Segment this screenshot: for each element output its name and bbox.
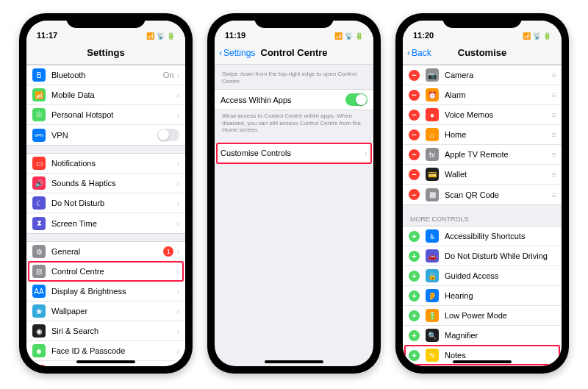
chevron-right-icon: ›: [176, 110, 179, 119]
reorder-grip-icon[interactable]: ≡: [552, 90, 556, 99]
add-button[interactable]: +: [409, 310, 420, 321]
phone-1: 11:17 📶📡🔋 Settings BBluetoothOn›📶Mobile …: [19, 13, 193, 374]
settings-row-face-id-passcode[interactable]: ☻Face ID & Passcode›: [26, 341, 185, 361]
add-button[interactable]: +: [409, 231, 420, 242]
row-label: Wallpaper: [51, 307, 176, 315]
included-row-camera[interactable]: −📷Camera≡: [403, 65, 562, 85]
remove-button[interactable]: −: [409, 189, 420, 200]
back-button[interactable]: ‹ Back: [407, 41, 431, 64]
wifi-icon: 📡: [533, 33, 541, 40]
more-row-accessibility-shortcuts[interactable]: +♿︎Accessibility Shortcuts: [403, 226, 562, 246]
access-within-apps-row[interactable]: Access Within Apps: [215, 90, 373, 110]
settings-row-do-not-disturb[interactable]: ☾Do Not Disturb›: [26, 193, 185, 213]
settings-row-sounds-haptics[interactable]: 🔊Sounds & Haptics›: [26, 174, 185, 193]
row-label: Access Within Apps: [220, 96, 345, 104]
guided-access-icon: 🔒: [426, 269, 439, 282]
home-indicator[interactable]: [453, 360, 512, 363]
customise-content[interactable]: −📷Camera≡−⏰Alarm≡−●Voice Memos≡−⌂Home≡−t…: [403, 65, 562, 366]
general-icon: ⚙: [32, 245, 46, 258]
control-centre-content[interactable]: Swipe down from the top-right edge to op…: [215, 65, 373, 366]
home-indicator[interactable]: [76, 360, 135, 363]
chevron-right-icon: ›: [365, 149, 368, 157]
add-button[interactable]: +: [409, 290, 420, 301]
remove-button[interactable]: −: [409, 90, 420, 101]
row-label: VPN: [51, 131, 157, 140]
back-button[interactable]: ‹ Settings: [219, 41, 255, 64]
remove-button[interactable]: −: [409, 129, 420, 140]
settings-row-siri-search[interactable]: ◉Siri & Search›: [26, 321, 185, 341]
remove-button[interactable]: −: [409, 169, 420, 180]
settings-row-notifications[interactable]: ▭Notifications›: [26, 154, 185, 174]
status-icons: 📶📡🔋: [523, 33, 551, 40]
page-title: Settings: [87, 47, 124, 58]
reorder-grip-icon[interactable]: ≡: [552, 150, 556, 159]
reorder-grip-icon[interactable]: ≡: [552, 71, 556, 79]
row-label: Wallet: [445, 170, 552, 179]
row-label: Accessibility Shortcuts: [445, 232, 556, 240]
more-row-low-power-mode[interactable]: +🔋Low Power Mode: [403, 306, 562, 326]
more-row-guided-access[interactable]: +🔒Guided Access: [403, 266, 562, 286]
reorder-grip-icon[interactable]: ≡: [552, 170, 556, 179]
vpn-icon: VPN: [32, 129, 46, 142]
chevron-right-icon: ›: [176, 179, 179, 188]
row-label: Scan QR Code: [445, 190, 552, 199]
settings-row-personal-hotspot[interactable]: ⦾Personal Hotspot›: [26, 105, 185, 125]
hearing-icon: 👂: [426, 289, 439, 302]
remove-button[interactable]: −: [409, 149, 420, 160]
settings-content[interactable]: BBluetoothOn›📶Mobile Data›⦾Personal Hots…: [26, 65, 185, 366]
included-row-apple-tv-remote[interactable]: −tvApple TV Remote≡: [403, 145, 562, 165]
accessibility-icon: ♿︎: [426, 229, 439, 243]
settings-row-wallpaper[interactable]: ❀Wallpaper›: [26, 301, 185, 321]
remove-button[interactable]: −: [409, 70, 420, 81]
more-row-do-not-disturb-while-driving[interactable]: +🚗Do Not Disturb While Driving: [403, 246, 562, 266]
status-icons: 📶📡🔋: [146, 33, 175, 40]
customise-controls-row[interactable]: Customise Controls ›: [215, 143, 373, 163]
add-button[interactable]: +: [409, 350, 420, 361]
settings-row-general[interactable]: ⚙General1›: [26, 242, 185, 262]
row-label: Customise Controls: [220, 149, 365, 157]
sos-icon: SOS: [32, 365, 46, 367]
dnd-icon: ☾: [32, 196, 46, 210]
reorder-grip-icon[interactable]: ≡: [552, 130, 556, 139]
settings-row-display-brightness[interactable]: AADisplay & Brightness›: [26, 282, 185, 301]
home-indicator[interactable]: [265, 360, 323, 363]
more-row-magnifier[interactable]: +🔍Magnifier: [403, 326, 562, 346]
included-row-wallet[interactable]: −💳Wallet≡: [403, 165, 562, 185]
wifi-icon: 📡: [345, 33, 353, 40]
row-label: Siri & Search: [51, 326, 176, 335]
included-row-voice-memos[interactable]: −●Voice Memos≡: [403, 105, 562, 125]
settings-row-control-centre[interactable]: ⊟Control Centre›: [26, 262, 185, 282]
settings-row-bluetooth[interactable]: BBluetoothOn›: [26, 65, 185, 85]
sounds-icon: 🔊: [32, 176, 46, 190]
reorder-grip-icon[interactable]: ≡: [552, 190, 556, 199]
nav-bar: ‹ Settings Control Centre: [215, 41, 373, 65]
chevron-right-icon: ›: [176, 326, 179, 335]
chevron-right-icon: ›: [176, 90, 179, 99]
row-label: Magnifier: [445, 331, 556, 340]
settings-row-screen-time[interactable]: ⧗Screen Time›: [26, 213, 185, 233]
chevron-left-icon: ‹: [407, 48, 410, 58]
reorder-grip-icon[interactable]: ≡: [552, 110, 556, 119]
more-row-hearing[interactable]: +👂Hearing: [403, 286, 562, 306]
row-label: Sounds & Haptics: [51, 179, 176, 188]
wallet-icon: 💳: [426, 168, 439, 181]
back-label: Back: [412, 48, 431, 58]
low-power-icon: 🔋: [426, 309, 439, 322]
add-button[interactable]: +: [409, 271, 420, 282]
phone-2: 11:19 📶📡🔋 ‹ Settings Control Centre Swip…: [207, 13, 381, 374]
included-row-scan-qr-code[interactable]: −▦Scan QR Code≡: [403, 185, 562, 204]
access-within-apps-switch[interactable]: [345, 93, 368, 106]
add-button[interactable]: +: [409, 330, 420, 341]
notifications-icon: ▭: [32, 157, 46, 170]
row-label: Notifications: [51, 159, 176, 168]
home-icon: ⌂: [426, 128, 439, 141]
remove-button[interactable]: −: [409, 110, 420, 121]
settings-row-vpn[interactable]: VPNVPN: [26, 125, 185, 145]
add-button[interactable]: +: [409, 251, 420, 262]
toggle-switch[interactable]: [157, 129, 179, 141]
more-row-screen-recording[interactable]: +◉Screen Recording: [403, 365, 562, 366]
settings-row-mobile-data[interactable]: 📶Mobile Data›: [26, 85, 185, 105]
more-controls-header: MORE CONTROLS: [403, 213, 562, 226]
included-row-alarm[interactable]: −⏰Alarm≡: [403, 85, 562, 105]
included-row-home[interactable]: −⌂Home≡: [403, 125, 562, 145]
